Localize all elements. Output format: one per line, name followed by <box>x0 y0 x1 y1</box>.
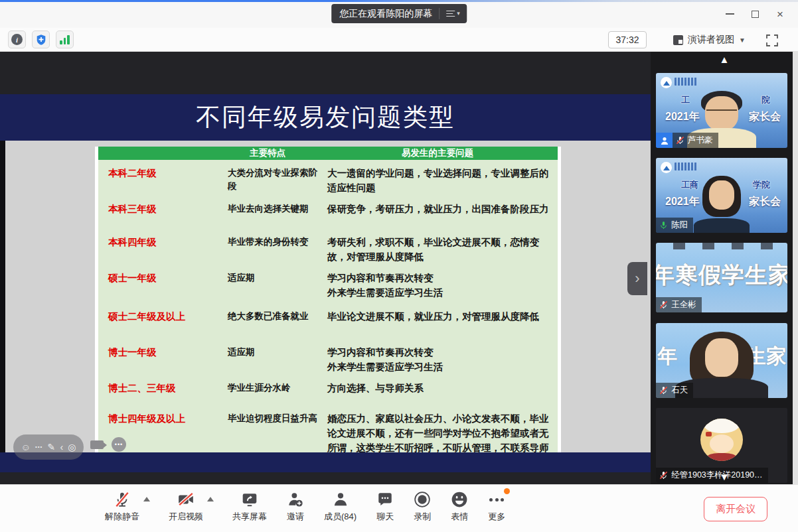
video-options-caret[interactable] <box>207 497 214 501</box>
mic-muted-icon <box>659 471 668 480</box>
scroll-down-arrow[interactable]: ▼ <box>720 472 730 482</box>
unmute-label: 解除静音 <box>105 511 139 523</box>
university-name-mark <box>675 78 697 86</box>
window-titlebar: 您正在观看陈阳的屏幕 ▾ × <box>0 0 798 28</box>
table-header-problems: 易发生的主要问题 <box>317 147 558 159</box>
participant-name: 石天 <box>671 385 688 396</box>
members-button[interactable]: 成员(84) <box>324 491 357 523</box>
leave-meeting-button[interactable]: 离开会议 <box>704 497 767 521</box>
scroll-up-arrow[interactable]: ▲ <box>720 54 730 64</box>
members-label: 成员(84) <box>324 511 357 523</box>
comment-icon: ••• <box>35 444 42 450</box>
record-icon <box>414 491 431 508</box>
share-screen-button[interactable]: 共享屏幕 <box>232 491 267 523</box>
cropped-text-fragments <box>656 243 787 249</box>
table-row: 本科二年级 大类分流对专业探索阶段 大一遗留的学业问题，专业选择问题，专业调整后… <box>98 160 558 196</box>
invite-label: 邀请 <box>287 511 304 523</box>
view-mode-label: 演讲者视图 <box>688 34 734 46</box>
slide-body: 主要特点 易发生的主要问题 本科二年级 大类分流对专业探索阶段 大一遗留的学业问… <box>0 141 651 452</box>
window-controls: × <box>717 0 793 28</box>
invite-button[interactable]: 邀请 <box>287 491 304 523</box>
meeting-info-button[interactable]: i <box>8 31 26 48</box>
participant-nameplate: 王全彬 <box>656 297 702 312</box>
start-video-button[interactable]: 开启视频 <box>169 491 203 523</box>
notification-dot <box>504 488 510 494</box>
sidebar-scrollbar[interactable] <box>793 52 798 484</box>
participant-nameplate: 石天 <box>656 383 693 398</box>
meeting-toolbar: i 37:32 演讲者视图 ▼ <box>0 28 798 52</box>
start-video-label: 开启视频 <box>169 511 203 523</box>
table-row: 博士四年级及以上 毕业迫切程度日益升高 婚恋压力、家庭以社会压力、小论文发表不顺… <box>98 405 558 455</box>
participant-nameplate: 经管1903李梓洋20190… <box>656 468 768 483</box>
participant-name: 陈阳 <box>671 220 688 231</box>
participant-name: 王全彬 <box>671 299 696 310</box>
table-row: 硕士二年级及以上 绝大多数已准备就业 毕业论文进展不顺，就业压力，对管理服从度降… <box>98 303 558 339</box>
slide-table: 主要特点 易发生的主要问题 本科二年级 大类分流对专业探索阶段 大一遗留的学业问… <box>95 147 561 458</box>
more-label: 更多 <box>488 511 505 523</box>
emoji-label: 表情 <box>451 511 468 523</box>
minimize-button[interactable] <box>717 0 742 28</box>
invite-person-icon <box>287 491 304 508</box>
more-button[interactable]: 更多 <box>488 491 505 523</box>
participant-video <box>682 176 761 233</box>
app-window: { "window": { "watching_badge": "您正在观看陈阳… <box>0 0 798 532</box>
participant-tile[interactable]: 年 生家 石天 <box>656 323 787 398</box>
record-button[interactable]: 录制 <box>414 491 431 523</box>
watching-screen-badge[interactable]: 您正在观看陈阳的屏幕 ▾ <box>331 4 467 23</box>
maximize-button[interactable] <box>742 0 767 28</box>
table-header-row: 主要特点 易发生的主要问题 <box>98 147 558 160</box>
meeting-timer: 37:32 <box>608 31 647 48</box>
slide-title-band: 不同年级易发问题类型 <box>0 94 651 141</box>
bottom-control-bar: 解除静音 开启视频 <box>0 484 798 532</box>
table-row: 本科三年级 毕业去向选择关键期 保研竞争，考研压力，就业压力，出国准备阶段压力 <box>98 196 558 229</box>
participant-nameplate: 芦书豪 <box>673 133 718 148</box>
participant-tile[interactable]: 年寒假学生家 王全彬 <box>656 243 787 312</box>
mic-muted-icon <box>659 386 668 395</box>
participants-sidebar: ▲ 工院 2021年家长会 芦书豪 <box>651 52 798 484</box>
share-screen-icon <box>241 491 258 508</box>
network-quality-button[interactable] <box>56 31 74 48</box>
emoji-icon <box>451 491 468 508</box>
unmute-button[interactable]: 解除静音 <box>105 491 139 523</box>
shield-icon <box>35 34 47 46</box>
maximize-icon <box>752 11 759 18</box>
mic-on-icon <box>659 221 668 230</box>
shared-screen-area: 不同年级易发问题类型 主要特点 易发生的主要问题 本科二年级 大类分流对专业探索… <box>0 52 651 484</box>
participant-tile[interactable]: 工院 2021年家长会 芦书豪 <box>656 73 787 148</box>
sidebar-collapse-handle[interactable]: › <box>627 262 647 295</box>
collapse-chevron-icon: ‹ <box>60 442 63 452</box>
focus-icon: ◎ <box>68 442 76 452</box>
computer-audio-badge <box>656 133 673 148</box>
presenter-camera-icon <box>90 440 104 449</box>
meeting-security-button[interactable] <box>32 31 50 48</box>
members-icon <box>332 491 349 508</box>
share-screen-label: 共享屏幕 <box>232 511 267 523</box>
chevron-right-icon: › <box>635 270 639 287</box>
record-label: 录制 <box>414 511 431 523</box>
university-logo-icon <box>661 162 672 173</box>
university-logo-icon <box>661 77 672 88</box>
slide-title: 不同年级易发问题类型 <box>196 101 455 134</box>
window-accent-line <box>0 0 798 2</box>
screen-share-menu-button[interactable]: ▾ <box>439 8 461 20</box>
emoji-button[interactable]: 表情 <box>451 491 468 523</box>
pen-icon: ✎ <box>48 442 56 452</box>
minimize-icon <box>726 13 734 15</box>
chat-button[interactable]: 聊天 <box>376 491 394 523</box>
fullscreen-button[interactable] <box>763 31 781 49</box>
info-icon: i <box>11 34 23 45</box>
audio-options-caret[interactable] <box>143 497 150 501</box>
layout-view-icon <box>673 35 683 45</box>
view-mode-button[interactable]: 演讲者视图 ▼ <box>667 31 752 49</box>
avatar <box>700 419 743 461</box>
participant-tile[interactable]: 工商学院 2021年家长会 陈阳 <box>656 158 787 233</box>
chat-label: 聊天 <box>376 511 394 523</box>
university-name-mark <box>675 163 697 170</box>
background-banner-text: 年寒假学生家 <box>656 260 787 291</box>
table-row: 博士一年级 适应期 学习内容和节奏再次转变 外来学生需要适应学习生活 <box>98 339 558 375</box>
slide-bottom-band <box>0 452 651 472</box>
chevron-down-icon: ▼ <box>739 36 746 44</box>
presenter-more-icon: ••• <box>112 437 126 452</box>
participant-name: 经管1903李梓洋20190… <box>671 470 763 481</box>
close-button[interactable]: × <box>767 0 793 28</box>
